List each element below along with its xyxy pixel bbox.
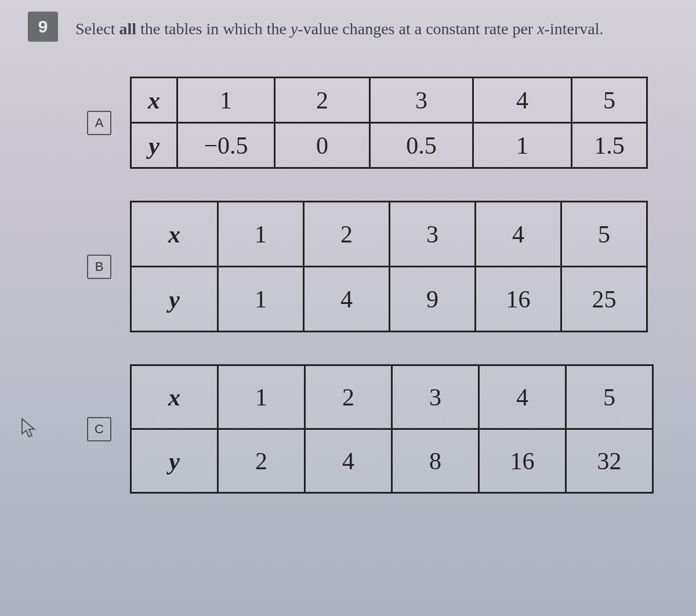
cell: 1 bbox=[218, 267, 304, 332]
cell: 1 bbox=[218, 365, 305, 429]
var-y: y bbox=[291, 20, 298, 38]
table-row: x 1 2 3 4 5 bbox=[131, 365, 653, 429]
question-number-badge: 9 bbox=[28, 12, 58, 42]
table-row: x 1 2 3 4 5 bbox=[131, 202, 647, 267]
table-row: y 2 4 8 16 32 bbox=[131, 429, 653, 493]
table-option-b: B x 1 2 3 4 5 y 1 4 9 16 25 bbox=[87, 201, 696, 332]
cell: 2 bbox=[304, 202, 390, 267]
cell: 1 bbox=[177, 78, 275, 123]
choice-c-button[interactable]: C bbox=[87, 417, 111, 441]
row-label-y: y bbox=[131, 267, 218, 332]
row-label-x: x bbox=[131, 202, 218, 267]
cell: 3 bbox=[370, 78, 473, 123]
table-option-c: C x 1 2 3 4 5 y 2 4 8 16 32 bbox=[87, 364, 696, 494]
cell: 4 bbox=[305, 429, 392, 493]
cell: 2 bbox=[218, 429, 305, 493]
cell: 8 bbox=[392, 429, 479, 493]
cell: 5 bbox=[566, 365, 653, 429]
prompt-text-mid: the tables in which the bbox=[136, 20, 291, 38]
table-b: x 1 2 3 4 5 y 1 4 9 16 25 bbox=[130, 201, 648, 332]
cell: 1 bbox=[218, 202, 304, 267]
table-option-a: A x 1 2 3 4 5 y −0.5 0 0.5 1 1.5 bbox=[87, 77, 696, 169]
prompt-text-pre: Select bbox=[75, 20, 119, 38]
var-x: x bbox=[537, 20, 544, 38]
row-label-x: x bbox=[131, 78, 177, 123]
cell: 2 bbox=[305, 365, 392, 429]
table-c: x 1 2 3 4 5 y 2 4 8 16 32 bbox=[130, 364, 654, 494]
cell: 4 bbox=[473, 78, 572, 123]
row-label-y: y bbox=[131, 123, 177, 168]
choice-b-button[interactable]: B bbox=[87, 255, 111, 279]
cell: 0.5 bbox=[370, 123, 473, 168]
row-label-x: x bbox=[131, 365, 218, 429]
row-label-y: y bbox=[131, 429, 218, 493]
prompt-bold: all bbox=[119, 20, 136, 38]
table-row: y 1 4 9 16 25 bbox=[131, 267, 647, 332]
cursor-icon bbox=[20, 418, 38, 443]
cell: 4 bbox=[476, 202, 561, 267]
cell: 16 bbox=[476, 267, 561, 332]
cell: 32 bbox=[566, 429, 653, 493]
cell: 0 bbox=[275, 123, 370, 168]
cell: 16 bbox=[479, 429, 566, 493]
cell: 2 bbox=[275, 78, 370, 123]
choice-a-button[interactable]: A bbox=[87, 111, 111, 135]
tables-container: A x 1 2 3 4 5 y −0.5 0 0.5 1 1.5 B bbox=[0, 42, 696, 494]
question-header: 9 Select all the tables in which the y-v… bbox=[0, 0, 696, 42]
cell: 1.5 bbox=[572, 123, 647, 168]
table-row: y −0.5 0 0.5 1 1.5 bbox=[131, 123, 647, 168]
cell: 5 bbox=[572, 78, 647, 123]
cell: 1 bbox=[473, 123, 572, 168]
cell: 4 bbox=[304, 267, 390, 332]
cell: 9 bbox=[390, 267, 476, 332]
cell: 25 bbox=[561, 267, 647, 332]
question-prompt: Select all the tables in which the y-val… bbox=[75, 12, 603, 40]
cell: −0.5 bbox=[177, 123, 275, 168]
table-row: x 1 2 3 4 5 bbox=[131, 78, 647, 123]
cell: 4 bbox=[479, 365, 566, 429]
prompt-text-end: -interval. bbox=[545, 20, 604, 38]
cell: 5 bbox=[561, 202, 647, 267]
table-a: x 1 2 3 4 5 y −0.5 0 0.5 1 1.5 bbox=[130, 77, 648, 169]
prompt-text-mid2: -value changes at a constant rate per bbox=[298, 20, 537, 38]
cell: 3 bbox=[390, 202, 476, 267]
cell: 3 bbox=[392, 365, 479, 429]
